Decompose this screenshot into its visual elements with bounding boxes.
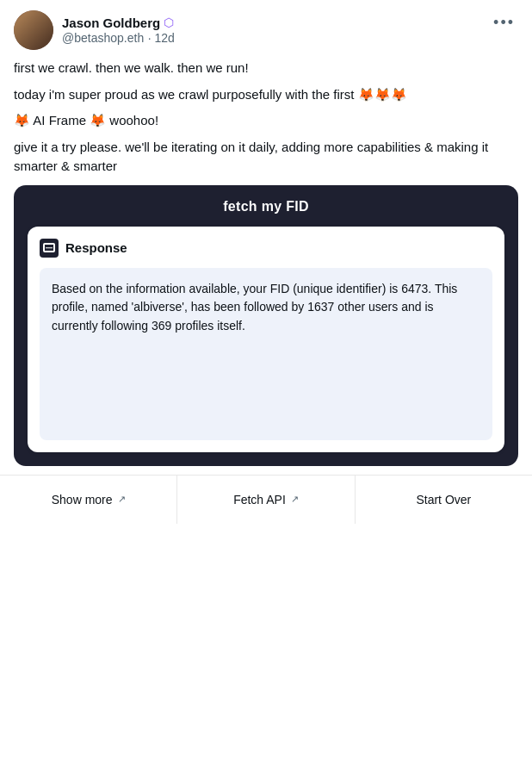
show-more-button[interactable]: Show more ↗ xyxy=(0,476,177,524)
response-content-box: Based on the information available, your… xyxy=(40,268,492,440)
response-card: Response Based on the information availa… xyxy=(28,227,504,452)
more-options-button[interactable]: ••• xyxy=(490,10,518,35)
frame-title: fetch my FID xyxy=(14,185,518,227)
author-info: Jason Goldberg ⬡ @betashop.eth · 12d xyxy=(14,10,175,50)
fetch-api-button[interactable]: Fetch API ↗ xyxy=(177,476,355,524)
author-handle: @betashop.eth xyxy=(62,31,144,45)
author-name: Jason Goldberg xyxy=(62,16,160,30)
avatar-image xyxy=(14,10,53,50)
post-container: Jason Goldberg ⬡ @betashop.eth · 12d •••… xyxy=(0,0,532,466)
post-line2-text: today i'm super proud as we crawl purpos… xyxy=(14,87,358,102)
response-header: Response xyxy=(40,239,492,258)
bottom-buttons: Show more ↗ Fetch API ↗ Start Over xyxy=(0,475,532,524)
post-emojis: 🦊🦊🦊 xyxy=(358,87,407,102)
fetch-api-label: Fetch API xyxy=(233,493,286,507)
post-time-ago: 12d xyxy=(154,31,174,45)
start-over-label: Start Over xyxy=(416,493,471,507)
start-over-button[interactable]: Start Over xyxy=(356,476,532,524)
verified-icon: ⬡ xyxy=(164,16,174,29)
post-line3: 🦊 AI Frame 🦊 woohoo! xyxy=(14,111,518,131)
author-meta: @betashop.eth · 12d xyxy=(62,30,175,46)
frame-card: fetch my FID Response Based on the infor… xyxy=(14,185,518,466)
post-line1: first we crawl. then we walk. then we ru… xyxy=(14,59,518,78)
post-header: Jason Goldberg ⬡ @betashop.eth · 12d ••• xyxy=(14,10,518,50)
response-icon xyxy=(40,239,59,258)
response-text: Based on the information available, your… xyxy=(52,280,480,336)
response-icon-inner xyxy=(43,243,55,252)
avatar xyxy=(14,10,53,50)
show-more-label: Show more xyxy=(52,493,113,507)
post-line4: give it a try please. we'll be iterating… xyxy=(14,138,518,177)
fetch-api-icon: ↗ xyxy=(291,494,299,505)
response-label: Response xyxy=(65,240,127,255)
post-line2: today i'm super proud as we crawl purpos… xyxy=(14,85,518,105)
author-details: Jason Goldberg ⬡ @betashop.eth · 12d xyxy=(62,16,175,46)
author-name-row: Jason Goldberg ⬡ xyxy=(62,16,175,30)
show-more-icon: ↗ xyxy=(118,494,126,505)
